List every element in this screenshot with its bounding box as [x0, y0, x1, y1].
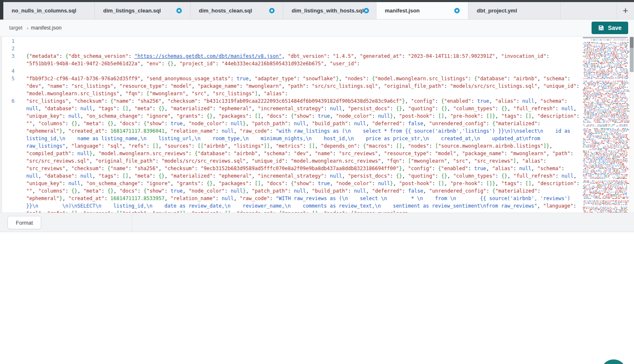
line-number: 2 — [2, 45, 19, 52]
code-line[interactable]: 5"fbb9f3c2-cf96-4a17-b736-976a62d35ff9",… — [2, 75, 582, 97]
unsaved-changes-dot-icon[interactable] — [364, 8, 369, 13]
line-number: 4 — [2, 67, 19, 75]
unsaved-changes-dot-icon[interactable] — [269, 8, 275, 13]
results-empty-area — [0, 232, 634, 344]
breadcrumb-file: manifest.json — [31, 25, 62, 31]
tab-label: dbt_project.yml — [477, 7, 517, 14]
tab-manifest.json[interactable]: manifest.json — [376, 2, 468, 19]
code-text — [19, 37, 582, 45]
tab-dim_hosts_clean.sql[interactable]: dim_hosts_clean.sql — [191, 2, 283, 19]
tab-no_nulls_in_columns.sql[interactable]: no_nulls_in_columns.sql — [3, 2, 95, 19]
unsaved-changes-dot-icon[interactable] — [454, 8, 460, 13]
format-button[interactable]: Format — [7, 216, 41, 229]
code-line[interactable]: 2 — [2, 45, 582, 52]
tab-label: dim_listings_with_hosts.sql — [292, 7, 364, 14]
tab-label: no_nulls_in_columns.sql — [12, 7, 76, 14]
code-line[interactable]: 1 — [2, 37, 582, 45]
tab-dim_listings_clean.sql[interactable]: dim_listings_clean.sql — [95, 2, 191, 19]
save-button[interactable]: Save — [592, 22, 628, 34]
code-text — [19, 67, 582, 75]
breadcrumb-bar: target › manifest.json Save — [0, 20, 634, 37]
left-dark-rail — [0, 0, 3, 20]
code-editor[interactable]: 1 2 3{"metadata": {"dbt_schema_version":… — [0, 37, 634, 213]
save-button-label: Save — [608, 25, 622, 31]
code-line[interactable]: 6"src_listings", "checksum": {"name": "s… — [2, 97, 582, 213]
tab-bar: no_nulls_in_columns.sqldim_listings_clea… — [0, 2, 634, 20]
tab-label: dim_hosts_clean.sql — [199, 7, 252, 14]
code-line[interactable]: 3{"metadata": {"dbt_schema_version": "ht… — [2, 52, 582, 67]
editor-scrollbar[interactable] — [629, 37, 634, 213]
plus-icon: + — [623, 5, 628, 16]
tab-dim_listings_with_hosts.sql[interactable]: dim_listings_with_hosts.sql — [283, 2, 376, 19]
new-tab-button[interactable]: + — [617, 2, 634, 19]
tab-label: manifest.json — [385, 7, 420, 14]
code-lines[interactable]: 1 2 3{"metadata": {"dbt_schema_version":… — [2, 37, 582, 213]
code-text: "src_listings", "checksum": {"name": "sh… — [19, 97, 582, 213]
minimap[interactable] — [582, 37, 629, 213]
unsaved-changes-dot-icon[interactable] — [176, 8, 182, 13]
chevron-right-icon: › — [27, 25, 28, 31]
code-text: {"metadata": {"dbt_schema_version": "htt… — [19, 52, 582, 67]
breadcrumb-folder[interactable]: target — [9, 25, 22, 31]
scrollbar-thumb-cap — [630, 37, 634, 48]
code-line[interactable]: 4 — [2, 67, 582, 75]
line-number: 1 — [2, 37, 19, 45]
panel-divider — [132, 213, 132, 232]
help-chat-button[interactable] — [601, 359, 627, 364]
tab-label: dim_listings_clean.sql — [103, 7, 161, 14]
bottom-action-bar: Format — [0, 213, 634, 232]
line-number: 3 — [2, 52, 19, 67]
floppy-disk-icon — [598, 25, 604, 31]
line-number: 6 — [2, 97, 19, 213]
tab-dbt_project.yml[interactable]: dbt_project.yml — [468, 2, 561, 19]
tab-bar-tabs: no_nulls_in_columns.sqldim_listings_clea… — [3, 2, 561, 19]
code-text: "fbb9f3c2-cf96-4a17-b736-976a62d35ff9", … — [19, 75, 582, 97]
code-text — [19, 45, 582, 52]
line-number: 5 — [2, 75, 19, 97]
